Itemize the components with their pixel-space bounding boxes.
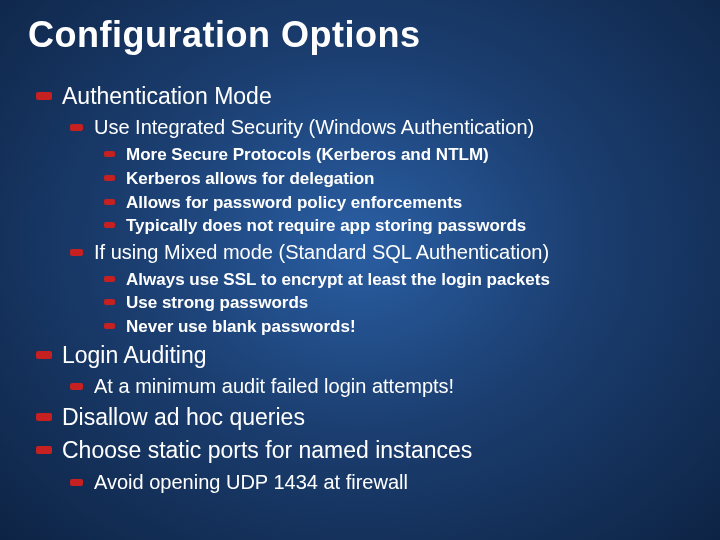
bullet-list: Authentication Mode Use Integrated Secur… <box>28 82 692 495</box>
bullet-static-ports: Choose static ports for named instances <box>28 436 692 465</box>
bullet-login-auditing: Login Auditing <box>28 341 692 370</box>
bullet-no-stored-passwords: Typically does not require app storing p… <box>100 215 692 237</box>
bullet-integrated-security: Use Integrated Security (Windows Authent… <box>64 115 692 141</box>
bullet-auth-mode: Authentication Mode <box>28 82 692 111</box>
bullet-secure-protocols: More Secure Protocols (Kerberos and NTLM… <box>100 144 692 166</box>
bullet-password-policy: Allows for password policy enforcements <box>100 192 692 214</box>
bullet-kerberos-delegation: Kerberos allows for delegation <box>100 168 692 190</box>
bullet-avoid-udp1434: Avoid opening UDP 1434 at firewall <box>64 470 692 496</box>
bullet-no-blank-passwords: Never use blank passwords! <box>100 316 692 338</box>
slide: Configuration Options Authentication Mod… <box>0 0 720 540</box>
slide-title: Configuration Options <box>28 14 692 56</box>
bullet-disallow-adhoc: Disallow ad hoc queries <box>28 403 692 432</box>
bullet-strong-passwords: Use strong passwords <box>100 292 692 314</box>
bullet-mixed-mode: If using Mixed mode (Standard SQL Authen… <box>64 240 692 266</box>
bullet-audit-failed-logins: At a minimum audit failed login attempts… <box>64 374 692 400</box>
bullet-use-ssl: Always use SSL to encrypt at least the l… <box>100 269 692 291</box>
